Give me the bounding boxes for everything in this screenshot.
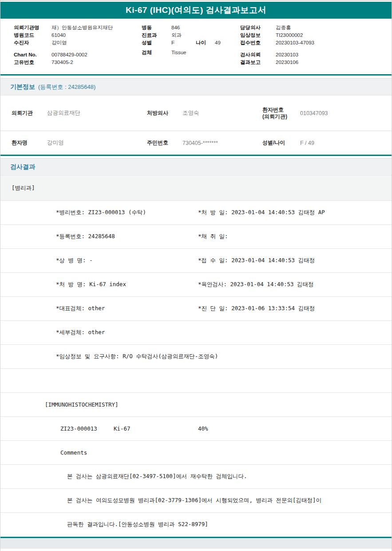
field: 성별/나이 F / 49 (262, 140, 392, 146)
field-value: 61040 (51, 32, 66, 39)
field-label: 임상정보 (240, 32, 276, 39)
field-row: 결과보고 20230106 (240, 59, 392, 66)
field-value: 강미영 (47, 139, 64, 147)
field-value: 20230103-47093 (276, 39, 314, 47)
field-row: 임상정보 TI23000002 (240, 32, 392, 39)
field-label: 주민번호 (147, 140, 182, 146)
comment-row: 본 검사는 삼광의료재단[02-3497-5100]에서 재수탁한 검체입니다. (0, 465, 392, 489)
result-right-text: *채 취 일: (198, 233, 392, 240)
result-left-text: *병리번호: ZI23-000013 (수탁) (56, 209, 198, 216)
field-label: 검사의뢰 (240, 51, 276, 59)
ihc-test-value: 40% (198, 425, 208, 432)
field: 환자번호 (의뢰기관) 010347093 (262, 107, 392, 120)
field-value: F / 49 (300, 140, 314, 146)
field-row: 접수번호 20230103-47093 (240, 39, 392, 47)
page-footer (0, 538, 392, 549)
field-row: 담당의사 김종홍 (240, 24, 392, 32)
field-label: 의뢰기관명 (14, 24, 51, 32)
field-label: 처방의사 (147, 110, 182, 116)
field-value: 846 (171, 24, 180, 32)
field-value: 재）안동성소병원유지재단 (51, 24, 113, 32)
field-label: 나이 (196, 39, 215, 47)
field-value: 730405-2 (51, 59, 73, 66)
department-row: [병리과] (0, 176, 392, 201)
patient-header-left-column: 의뢰기관명 재）안동성소병원유지재단 병원코드 61040 수진자 강미영 Ch… (14, 24, 142, 74)
field: 처방의사 조영숙 (147, 109, 262, 117)
patient-header-section: 의뢰기관명 재）안동성소병원유지재단 병원코드 61040 수진자 강미영 Ch… (0, 19, 392, 76)
field-value: 00788429-0002 (51, 51, 87, 59)
report-page: Ki-67 (IHC)(여의도) 검사결과보고서 의뢰기관명 재）안동성소병원유… (0, 0, 392, 551)
field-row: 고유번호 730405-2 (14, 59, 142, 66)
field: 주민번호 730405-******* (147, 140, 262, 146)
result-right-text: *진 단 일: 2023-01-06 13:33:54 김태정 (198, 305, 392, 312)
field-row: 검체 Tissue (142, 49, 240, 56)
field-value: 강미영 (51, 39, 67, 47)
result-row: *등록번호: 24285648 *채 취 일: (0, 225, 392, 249)
field: 의뢰기관 삼광의료재단 (12, 109, 147, 117)
field-value: Tissue (171, 49, 186, 56)
field-value: TI23000002 (276, 32, 303, 39)
result-row: *임상정보 및 요구사항: R/O 수탁검사(삼광의료재단-조영숙) (0, 345, 392, 369)
result-row-empty (0, 369, 392, 393)
page-title: Ki-67 (IHC)(여의도) 검사결과보고서 (126, 4, 266, 16)
section-title: 기본정보 (10, 83, 35, 91)
field-row: 검사의뢰 20230103 (240, 51, 392, 59)
report-title-bar: Ki-67 (IHC)(여의도) 검사결과보고서 (0, 2, 392, 19)
result-right-text: *육안검사: 2023-01-04 14:40:53 김태정 (198, 281, 392, 288)
result-left-text: *대표검체: other (56, 305, 198, 312)
field-value: 김종홍 (276, 24, 291, 32)
result-left-text: *상 병 명: - (56, 257, 198, 264)
field-row: 수진자 강미영 (14, 39, 142, 47)
field-label: 의뢰기관 (12, 110, 47, 116)
field-label: 병원코드 (14, 32, 51, 39)
field-label: 고유번호 (14, 59, 51, 66)
field-label: 환자명 (12, 140, 47, 146)
field-value: 730405-******* (182, 140, 218, 146)
ihc-header-row: [IMMUNOHISTOCHEMISTRY] (0, 393, 392, 417)
field-label: 성별/나이 (262, 140, 300, 146)
result-left-text: *임상정보 및 요구사항: R/O 수탁검사(삼광의료재단-조영숙) (56, 353, 198, 360)
comment-text: 본 검사는 여의도성모병원 병리과[02-3779-1306]에서 시행되었으며… (67, 497, 321, 504)
patient-header-right-column: 담당의사 김종홍 임상정보 TI23000002 접수번호 20230103-4… (240, 24, 392, 74)
field-value: 삼광의료재단 (47, 109, 80, 117)
field-label: 담당의사 (240, 24, 276, 32)
field-value: 20230103 (276, 51, 298, 59)
basic-info-section: 기본정보 (등록번호 : 24285648) 의뢰기관 삼광의료재단 처방의사 … (0, 78, 392, 156)
field-value: 외과 (171, 32, 182, 39)
ihc-result-row: ZI23-000013 Ki-67 40% (0, 417, 392, 441)
result-right-text: *접 수 일: 2023-01-04 14:40:53 김태정 (198, 257, 392, 264)
field-row: 의뢰기관명 재）안동성소병원유지재단 (14, 24, 142, 32)
basic-info-row: 환자명 강미영 주민번호 730405-******* 성별/나이 F / 49 (0, 131, 392, 155)
comments-label: Comments (60, 449, 87, 456)
result-row: *처 방 명: Ki-67 index *육안검사: 2023-01-04 14… (0, 273, 392, 297)
field-label: 수진자 (14, 39, 51, 47)
department-label: [병리과] (12, 184, 35, 192)
field-row: 병원코드 61040 (14, 32, 142, 39)
ihc-specimen-code: ZI23-000013 (60, 425, 114, 432)
field-value: 010347093 (300, 110, 328, 116)
field: 환자명 강미영 (12, 139, 147, 147)
patient-header-middle-column: 병동 846 진료과 외과 성별 F 나이 49 검체 Tissue (142, 24, 240, 74)
ihc-header-label: [IMMUNOHISTOCHEMISTRY] (45, 401, 119, 408)
comment-text: 판독한 결과입니다.[안동성소병원 병리과 S22-8979] (67, 521, 208, 528)
field-value: 조영숙 (182, 109, 199, 117)
field-row: Chart No. 00788429-0002 (14, 51, 142, 59)
field-label: 병동 (142, 24, 171, 32)
result-left-text: *처 방 명: Ki-67 index (56, 281, 198, 288)
field-row: 진료과 외과 (142, 32, 240, 39)
field-label: 환자번호 (의뢰기관) (262, 107, 300, 120)
result-left-text: *세부검체: other (56, 329, 198, 336)
field-value: F (171, 39, 196, 47)
basic-info-header-bar: 기본정보 (등록번호 : 24285648) (0, 78, 392, 96)
field-value: 49 (215, 39, 221, 47)
field-label: 검체 (142, 49, 171, 56)
comment-row: 본 검사는 여의도성모병원 병리과[02-3779-1306]에서 시행되었으며… (0, 489, 392, 513)
result-right-text: *처 방 일: 2023-01-04 14:40:53 김태정 AP (198, 209, 392, 216)
field-row: 성별 F 나이 49 (142, 39, 240, 47)
result-left-text: *등록번호: 24285648 (56, 233, 198, 240)
field-label: 접수번호 (240, 39, 276, 47)
results-header-bar: 검사결과 (0, 158, 392, 176)
field-label: 진료과 (142, 32, 171, 39)
result-row: *대표검체: other *진 단 일: 2023-01-06 13:33:54… (0, 297, 392, 321)
comment-text: 본 검사는 삼광의료재단[02-3497-5100]에서 재수탁한 검체입니다. (67, 473, 247, 480)
